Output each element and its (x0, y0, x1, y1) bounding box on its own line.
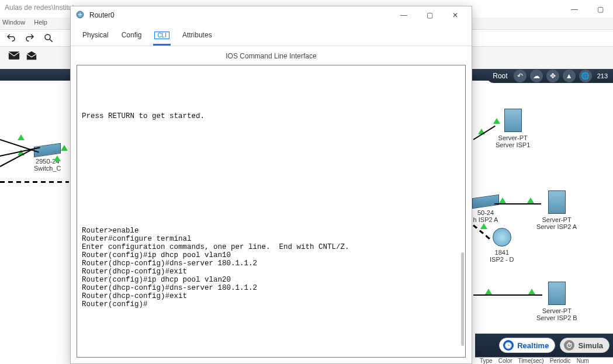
cloud-circle-icon[interactable]: ☁ (530, 70, 543, 82)
device-server-isp2b[interactable]: Server-PT Server ISP2 B (536, 282, 577, 321)
window-max-button[interactable]: ▢ (417, 7, 442, 23)
menu-help[interactable]: Help (34, 19, 47, 26)
link-up-icon (499, 197, 506, 203)
link-up-icon (528, 289, 535, 294)
th-type: Type (480, 358, 493, 364)
mail-closed-icon[interactable] (8, 51, 20, 62)
panel-title: IOS Command Line Interface (71, 46, 472, 65)
globe-number: 213 (595, 72, 609, 79)
link-line (494, 203, 541, 204)
router-icon (493, 228, 511, 247)
router0-window: Router0 — ▢ ✕ Physical Config CLI Attrib… (70, 6, 472, 364)
redo-icon[interactable] (25, 33, 35, 43)
th-time: Time(sec) (518, 358, 544, 364)
link-up-icon (480, 223, 487, 229)
link-up-icon (18, 134, 25, 140)
tab-config[interactable]: Config (120, 29, 143, 46)
window-close-button[interactable]: ✕ (442, 7, 468, 23)
server-icon (504, 109, 522, 132)
device-label: Server ISP2 B (536, 314, 577, 321)
device-label: ISP2 - D (490, 256, 514, 263)
move-circle-icon[interactable]: ✥ (546, 70, 559, 82)
terminal-scrollbar[interactable] (461, 252, 464, 346)
bg-max-button[interactable]: ▢ (587, 1, 613, 18)
server-icon (548, 190, 566, 214)
device-label: Server-PT (536, 216, 577, 223)
mail-open-icon[interactable] (26, 50, 37, 63)
tab-cli-label: CLI (154, 32, 169, 39)
device-server-isp1[interactable]: Server-PT Server ISP1 (496, 109, 530, 148)
cli-output: Press RETURN to get started. Router>enab… (82, 112, 349, 308)
device-label: h ISP2 A (472, 216, 499, 223)
device-label: Switch_C (34, 165, 61, 172)
window-title: Router0 (89, 11, 115, 19)
mode-simulation[interactable]: ⏱ Simula (560, 338, 609, 353)
undo-icon[interactable] (6, 33, 16, 43)
globe-circle-icon[interactable]: 🌐 (579, 70, 592, 82)
image-circle-icon[interactable]: ▲ (563, 70, 576, 82)
zoom-icon[interactable] (43, 33, 54, 43)
link-up-icon (61, 145, 68, 151)
back-circle-icon[interactable]: ↶ (514, 70, 527, 82)
window-min-button[interactable]: — (391, 7, 417, 23)
switch-icon (472, 195, 499, 209)
device-label: Server-PT (536, 307, 577, 314)
menu-window[interactable]: Window (2, 19, 25, 26)
root-label: Root (493, 72, 507, 80)
device-label: Server ISP1 (496, 141, 530, 148)
tab-attributes[interactable]: Attributes (181, 29, 213, 46)
cli-terminal[interactable]: Press RETURN to get started. Router>enab… (77, 65, 466, 358)
mode-realtime[interactable]: 🕒 Realtime (499, 338, 555, 353)
svg-line-1 (50, 39, 53, 42)
tab-bar: Physical Config CLI Attributes (71, 24, 472, 46)
stopwatch-icon: ⏱ (564, 340, 574, 351)
link-line-dashed (0, 181, 69, 183)
link-line (473, 126, 495, 140)
device-server-isp2a[interactable]: Server-PT Server ISP2 A (536, 190, 577, 230)
device-label: Server-PT (496, 134, 530, 141)
link-up-icon (527, 197, 534, 203)
bg-min-button[interactable]: — (562, 1, 587, 18)
right-toolstrip: Root ↶ ☁ ✥ ▲ 🌐 213 (487, 69, 613, 83)
clock-icon: 🕒 (503, 340, 514, 351)
mode-bar: 🕒 Realtime ⏱ Simula (475, 334, 613, 357)
mode-realtime-label: Realtime (517, 341, 549, 350)
link-up-icon (493, 118, 500, 124)
th-periodic: Periodic (550, 358, 571, 364)
mode-simulation-label: Simula (578, 341, 603, 350)
svg-rect-2 (9, 51, 19, 59)
tab-cli[interactable]: CLI (153, 29, 171, 46)
device-router-isp2d[interactable]: 1841 ISP2 - D (490, 228, 514, 263)
router-app-icon (75, 10, 85, 21)
device-label: 50-24 (472, 209, 499, 216)
th-num: Num (577, 358, 589, 364)
tab-physical[interactable]: Physical (81, 29, 110, 46)
device-label: Server ISP2 A (536, 223, 577, 230)
window-titlebar[interactable]: Router0 — ▢ ✕ (71, 6, 472, 24)
bg-title-path: Aulas de redes\Institut (5, 4, 74, 14)
link-line (473, 294, 542, 296)
server-icon (548, 282, 566, 305)
link-up-icon (485, 289, 492, 294)
device-label: 1841 (490, 249, 514, 256)
th-color: Color (498, 358, 512, 364)
device-switch-isp2a[interactable]: 50-24 h ISP2 A (472, 196, 499, 223)
svg-point-0 (45, 34, 50, 40)
link-up-icon (54, 155, 61, 161)
pdu-table-header: Type Color Time(sec) Periodic Num (475, 357, 613, 364)
